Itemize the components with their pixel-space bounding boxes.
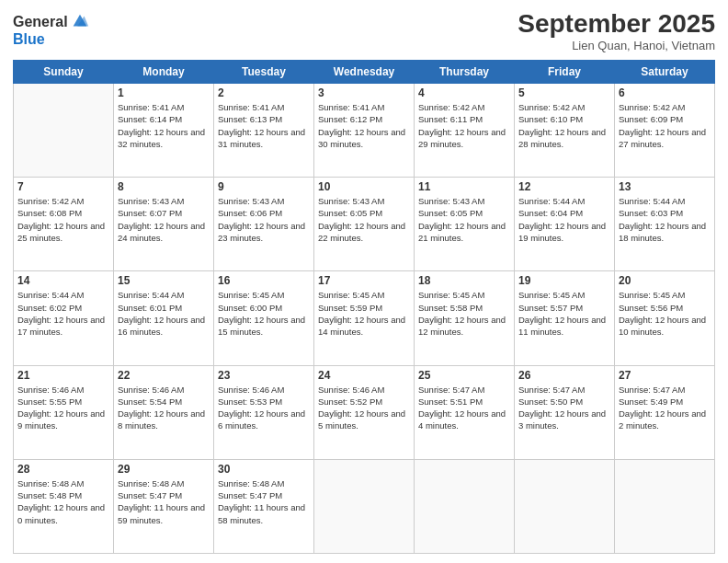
day-detail: Sunrise: 5:45 AMSunset: 5:56 PMDaylight:… [619, 289, 711, 338]
table-row: 28Sunrise: 5:48 AMSunset: 5:48 PMDayligh… [14, 459, 114, 553]
table-row: 22Sunrise: 5:46 AMSunset: 5:54 PMDayligh… [114, 365, 214, 459]
day-number: 23 [218, 369, 310, 382]
table-row: 13Sunrise: 5:44 AMSunset: 6:03 PMDayligh… [615, 178, 715, 271]
day-detail: Sunrise: 5:42 AMSunset: 6:08 PMDaylight:… [17, 195, 109, 244]
day-number: 25 [418, 369, 510, 382]
day-number: 19 [518, 274, 610, 287]
day-number: 17 [318, 274, 410, 287]
day-detail: Sunrise: 5:41 AMSunset: 6:13 PMDaylight:… [218, 101, 310, 150]
col-thursday: Thursday [415, 61, 515, 84]
table-row [515, 459, 615, 553]
day-number: 5 [518, 86, 610, 99]
day-number: 6 [619, 86, 711, 99]
table-row: 1Sunrise: 5:41 AMSunset: 6:14 PMDaylight… [114, 84, 214, 178]
table-row: 5Sunrise: 5:42 AMSunset: 6:10 PMDaylight… [515, 84, 615, 178]
day-number: 16 [218, 274, 310, 287]
page: General Blue September 2025 Lien Quan, H… [0, 0, 728, 563]
day-detail: Sunrise: 5:46 AMSunset: 5:55 PMDaylight:… [17, 384, 109, 432]
day-number: 7 [17, 180, 109, 193]
table-row [615, 459, 715, 553]
table-row [415, 459, 515, 553]
table-row: 16Sunrise: 5:45 AMSunset: 6:00 PMDayligh… [214, 271, 314, 365]
calendar-week-row: 28Sunrise: 5:48 AMSunset: 5:48 PMDayligh… [14, 459, 715, 553]
day-detail: Sunrise: 5:47 AMSunset: 5:49 PMDaylight:… [619, 384, 711, 432]
col-monday: Monday [114, 61, 214, 84]
day-detail: Sunrise: 5:45 AMSunset: 5:58 PMDaylight:… [418, 289, 510, 338]
table-row [14, 84, 114, 178]
col-friday: Friday [515, 61, 615, 84]
table-row: 18Sunrise: 5:45 AMSunset: 5:58 PMDayligh… [415, 271, 515, 365]
calendar-table: Sunday Monday Tuesday Wednesday Thursday… [13, 60, 715, 554]
day-detail: Sunrise: 5:46 AMSunset: 5:54 PMDaylight:… [118, 384, 210, 432]
table-row: 19Sunrise: 5:45 AMSunset: 5:57 PMDayligh… [515, 271, 615, 365]
table-row [314, 459, 415, 553]
logo-icon [70, 11, 90, 31]
col-saturday: Saturday [615, 61, 715, 84]
day-number: 30 [218, 463, 310, 476]
day-number: 29 [118, 463, 210, 476]
day-number: 11 [418, 180, 510, 193]
table-row: 24Sunrise: 5:46 AMSunset: 5:52 PMDayligh… [314, 365, 415, 459]
day-detail: Sunrise: 5:44 AMSunset: 6:04 PMDaylight:… [518, 195, 610, 244]
table-row: 10Sunrise: 5:43 AMSunset: 6:05 PMDayligh… [314, 178, 415, 271]
calendar-week-row: 14Sunrise: 5:44 AMSunset: 6:02 PMDayligh… [14, 271, 715, 365]
calendar-week-row: 21Sunrise: 5:46 AMSunset: 5:55 PMDayligh… [14, 365, 715, 459]
day-detail: Sunrise: 5:45 AMSunset: 5:57 PMDaylight:… [518, 289, 610, 338]
logo-general-text: General [13, 14, 68, 30]
day-detail: Sunrise: 5:44 AMSunset: 6:03 PMDaylight:… [619, 195, 711, 244]
day-detail: Sunrise: 5:41 AMSunset: 6:14 PMDaylight:… [118, 101, 210, 150]
day-number: 20 [619, 274, 711, 287]
table-row: 21Sunrise: 5:46 AMSunset: 5:55 PMDayligh… [14, 365, 114, 459]
day-number: 8 [118, 180, 210, 193]
table-row: 27Sunrise: 5:47 AMSunset: 5:49 PMDayligh… [615, 365, 715, 459]
day-detail: Sunrise: 5:45 AMSunset: 5:59 PMDaylight:… [318, 289, 410, 338]
day-number: 18 [418, 274, 510, 287]
table-row: 30Sunrise: 5:48 AMSunset: 5:47 PMDayligh… [214, 459, 314, 553]
day-number: 26 [518, 369, 610, 382]
day-detail: Sunrise: 5:43 AMSunset: 6:05 PMDaylight:… [418, 195, 510, 244]
day-number: 2 [218, 86, 310, 99]
table-row: 29Sunrise: 5:48 AMSunset: 5:47 PMDayligh… [114, 459, 214, 553]
col-tuesday: Tuesday [214, 61, 314, 84]
day-number: 21 [17, 369, 109, 382]
logo: General Blue [13, 13, 90, 48]
day-detail: Sunrise: 5:42 AMSunset: 6:10 PMDaylight:… [518, 101, 610, 150]
col-wednesday: Wednesday [314, 61, 415, 84]
day-detail: Sunrise: 5:41 AMSunset: 6:12 PMDaylight:… [318, 101, 410, 150]
day-detail: Sunrise: 5:48 AMSunset: 5:48 PMDaylight:… [17, 477, 109, 526]
day-detail: Sunrise: 5:43 AMSunset: 6:07 PMDaylight:… [118, 195, 210, 244]
day-detail: Sunrise: 5:46 AMSunset: 5:53 PMDaylight:… [218, 384, 310, 432]
day-detail: Sunrise: 5:44 AMSunset: 6:01 PMDaylight:… [118, 289, 210, 338]
day-number: 14 [17, 274, 109, 287]
day-detail: Sunrise: 5:47 AMSunset: 5:50 PMDaylight:… [518, 384, 610, 432]
table-row: 26Sunrise: 5:47 AMSunset: 5:50 PMDayligh… [515, 365, 615, 459]
day-detail: Sunrise: 5:48 AMSunset: 5:47 PMDaylight:… [118, 477, 210, 526]
day-number: 12 [518, 180, 610, 193]
day-number: 15 [118, 274, 210, 287]
table-row: 7Sunrise: 5:42 AMSunset: 6:08 PMDaylight… [14, 178, 114, 271]
title-block: September 2025 Lien Quan, Hanoi, Vietnam [518, 9, 715, 52]
table-row: 23Sunrise: 5:46 AMSunset: 5:53 PMDayligh… [214, 365, 314, 459]
table-row: 17Sunrise: 5:45 AMSunset: 5:59 PMDayligh… [314, 271, 415, 365]
table-row: 3Sunrise: 5:41 AMSunset: 6:12 PMDaylight… [314, 84, 415, 178]
calendar-week-row: 7Sunrise: 5:42 AMSunset: 6:08 PMDaylight… [14, 178, 715, 271]
table-row: 8Sunrise: 5:43 AMSunset: 6:07 PMDaylight… [114, 178, 214, 271]
table-row: 14Sunrise: 5:44 AMSunset: 6:02 PMDayligh… [14, 271, 114, 365]
day-number: 10 [318, 180, 410, 193]
day-detail: Sunrise: 5:42 AMSunset: 6:09 PMDaylight:… [619, 101, 711, 150]
month-title: September 2025 [518, 9, 715, 39]
day-detail: Sunrise: 5:44 AMSunset: 6:02 PMDaylight:… [17, 289, 109, 338]
day-number: 1 [118, 86, 210, 99]
table-row: 12Sunrise: 5:44 AMSunset: 6:04 PMDayligh… [515, 178, 615, 271]
day-number: 9 [218, 180, 310, 193]
day-detail: Sunrise: 5:48 AMSunset: 5:47 PMDaylight:… [218, 477, 310, 526]
table-row: 2Sunrise: 5:41 AMSunset: 6:13 PMDaylight… [214, 84, 314, 178]
day-number: 3 [318, 86, 410, 99]
calendar-week-row: 1Sunrise: 5:41 AMSunset: 6:14 PMDaylight… [14, 84, 715, 178]
logo-blue-text: Blue [13, 31, 90, 48]
col-sunday: Sunday [14, 61, 114, 84]
day-detail: Sunrise: 5:45 AMSunset: 6:00 PMDaylight:… [218, 289, 310, 338]
location: Lien Quan, Hanoi, Vietnam [518, 39, 715, 52]
day-number: 22 [118, 369, 210, 382]
day-detail: Sunrise: 5:46 AMSunset: 5:52 PMDaylight:… [318, 384, 410, 432]
